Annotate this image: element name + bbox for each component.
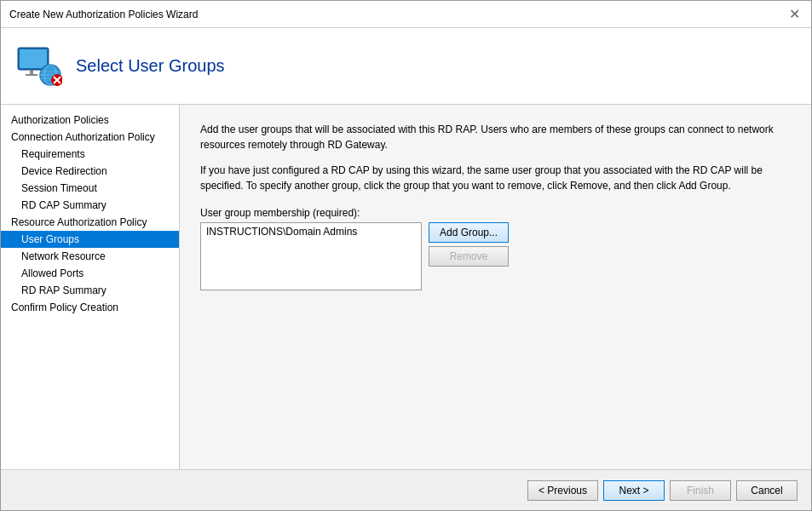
sidebar-item-network-resource[interactable]: Network Resource [1, 248, 179, 265]
cancel-button[interactable]: Cancel [736, 480, 798, 501]
previous-button[interactable]: < Previous [527, 480, 598, 501]
svg-rect-3 [26, 74, 37, 76]
window-title: Create New Authorization Policies Wizard [9, 9, 198, 20]
sidebar-item-authorization-policies[interactable]: Authorization Policies [1, 112, 179, 129]
wizard-icon [14, 43, 62, 90]
sidebar-item-allowed-ports[interactable]: Allowed Ports [1, 265, 179, 282]
sidebar-item-device-redirection[interactable]: Device Redirection [1, 163, 179, 180]
add-group-button[interactable]: Add Group... [429, 222, 509, 243]
sidebar-item-user-groups[interactable]: User Groups [1, 231, 179, 248]
description-text-1: Add the user groups that will be associa… [200, 122, 791, 152]
title-bar: Create New Authorization Policies Wizard… [1, 1, 811, 28]
footer: < Previous Next > Finish Cancel [1, 469, 811, 510]
close-button[interactable]: ✕ [786, 6, 803, 23]
group-section: User group membership (required): INSTRU… [200, 207, 791, 290]
svg-rect-1 [20, 49, 47, 68]
main-content: Add the user groups that will be associa… [180, 105, 811, 469]
sidebar-item-session-timeout[interactable]: Session Timeout [1, 180, 179, 197]
wizard-body: Authorization Policies Connection Author… [1, 105, 811, 469]
sidebar-item-requirements[interactable]: Requirements [1, 146, 179, 163]
group-listbox-item: INSTRUCTIONS\Domain Admins [204, 225, 418, 238]
sidebar-item-rd-rap-summary[interactable]: RD RAP Summary [1, 282, 179, 299]
sidebar: Authorization Policies Connection Author… [1, 105, 180, 469]
wizard-window: Create New Authorization Policies Wizard… [0, 0, 812, 511]
header-section: Select User Groups [1, 28, 811, 105]
group-membership-label: User group membership (required): [200, 207, 791, 219]
sidebar-item-confirm-policy-creation[interactable]: Confirm Policy Creation [1, 299, 179, 316]
sidebar-item-resource-authorization-policy[interactable]: Resource Authorization Policy [1, 214, 179, 231]
description-text-2: If you have just configured a RD CAP by … [200, 163, 791, 193]
page-title: Select User Groups [76, 56, 225, 76]
description-block: Add the user groups that will be associa… [200, 122, 791, 193]
next-button[interactable]: Next > [603, 480, 665, 501]
remove-button[interactable]: Remove [429, 246, 509, 267]
group-listbox[interactable]: INSTRUCTIONS\Domain Admins [200, 222, 422, 290]
group-controls: INSTRUCTIONS\Domain Admins Add Group... … [200, 222, 791, 290]
group-buttons: Add Group... Remove [429, 222, 509, 267]
sidebar-item-rd-cap-summary[interactable]: RD CAP Summary [1, 197, 179, 214]
sidebar-item-connection-authorization-policy[interactable]: Connection Authorization Policy [1, 129, 179, 146]
finish-button[interactable]: Finish [670, 480, 731, 501]
